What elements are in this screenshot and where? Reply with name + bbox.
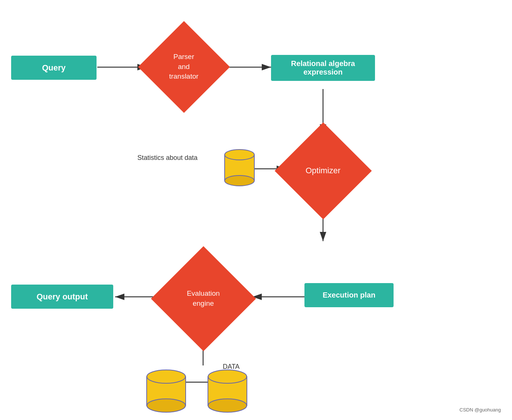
optimizer-diamond-wrapper: Optimizer [282, 126, 364, 215]
data-cylinder-left [145, 367, 187, 416]
query-output-label: Query output [36, 292, 88, 302]
optimizer-text: Optimizer [282, 165, 364, 176]
evaluation-text: Evaluation engine [149, 289, 258, 308]
query-output-box: Query output [11, 285, 113, 309]
evaluation-diamond-wrapper: Evaluation engine [149, 252, 258, 345]
relational-algebra-box: Relational algebra expression [271, 55, 375, 81]
svg-point-15 [147, 399, 186, 412]
statistics-cylinder [223, 147, 256, 189]
svg-point-18 [208, 399, 247, 412]
svg-point-14 [147, 370, 186, 383]
parser-text: Parser and translator [145, 52, 223, 82]
query-label: Query [42, 63, 66, 73]
relational-algebra-label: Relational algebra expression [275, 59, 371, 76]
svg-point-17 [208, 370, 247, 383]
watermark: CSDN @guohuang [460, 407, 501, 413]
svg-point-12 [225, 175, 254, 186]
diagram-container: Query Parser and translator Relational a… [0, 0, 512, 420]
execution-plan-label: Execution plan [323, 291, 375, 299]
execution-plan-box: Execution plan [304, 283, 394, 307]
query-box: Query [11, 56, 97, 80]
parser-diamond-wrapper: Parser and translator [145, 22, 223, 111]
statistics-label: Statistics about data [137, 154, 198, 162]
data-cylinder-right [206, 367, 249, 416]
svg-point-11 [225, 150, 254, 160]
